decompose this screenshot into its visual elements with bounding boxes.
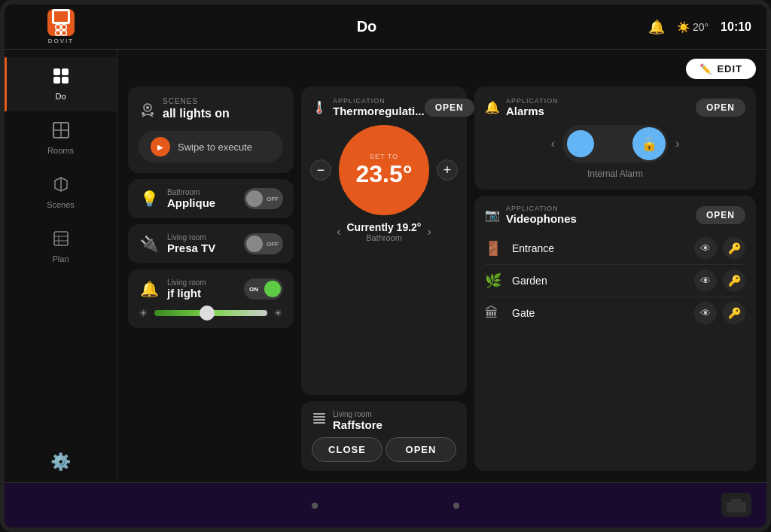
thermo-current-room: Bathroom <box>347 233 422 242</box>
raffstore-room: Living room <box>333 410 382 418</box>
svg-rect-2 <box>56 31 60 35</box>
video-open-button[interactable]: OPEN <box>696 206 745 224</box>
raffstore-card: Living room Raffstore CLOSE OPEN <box>301 401 467 471</box>
dim-high-icon: ☀ <box>273 307 283 319</box>
thermo-set-temp: 23.5° <box>355 160 412 188</box>
alarm-next-button[interactable]: › <box>675 137 679 150</box>
page-title: Do <box>117 18 616 35</box>
toggle-applique[interactable] <box>244 188 283 209</box>
thermo-decrease-button[interactable]: − <box>310 160 331 181</box>
thermo-card: 🌡️ Application Thermoregulati... OPEN − <box>301 87 467 395</box>
device-room-1: Living room <box>167 233 236 242</box>
gate-icon: 🏛 <box>485 306 506 321</box>
sidebar-item-settings[interactable]: ⚙️ <box>5 442 117 482</box>
svg-rect-3 <box>62 31 66 35</box>
bottom-dot-left <box>312 503 318 509</box>
alarm-open-button[interactable]: OPEN <box>696 99 745 117</box>
rooms-icon <box>53 122 69 143</box>
device-name-0: Applique <box>167 196 236 209</box>
plug-icon: 🔌 <box>139 235 160 253</box>
video-app-icon: 📷 <box>485 208 500 222</box>
logo-area: DOVIT <box>5 9 117 44</box>
sidebar-item-do[interactable]: Do <box>5 57 117 111</box>
device-card-presa: 🔌 Living room Presa TV <box>128 224 294 263</box>
column-1: Scenes all lights on ▶ Swipe to execute … <box>128 87 294 471</box>
topbar-right: 🔔 ☀️ 20° 10:10 <box>616 19 766 35</box>
raffstore-icon <box>312 412 327 430</box>
swipe-to-execute-button[interactable]: ▶ Swipe to execute <box>139 131 283 163</box>
swipe-label: Swipe to execute <box>178 141 252 153</box>
gate-view-button[interactable]: 👁 <box>694 302 717 324</box>
thermo-app-icon: 🌡️ <box>312 100 327 114</box>
bottom-right-button[interactable] <box>721 493 751 517</box>
column-3: 🔔 Application Alarms OPEN ‹ <box>474 87 756 471</box>
edit-icon: ✏️ <box>699 63 712 74</box>
raffstore-open-button[interactable]: OPEN <box>386 437 456 462</box>
edit-button[interactable]: ✏️ EDIT <box>686 59 756 79</box>
alarm-prev-button[interactable]: ‹ <box>551 137 555 150</box>
content-area: ✏️ EDIT <box>117 50 766 482</box>
sidebar-item-rooms[interactable]: Rooms <box>5 111 117 166</box>
bell-icon[interactable]: 🔔 <box>648 19 665 35</box>
entrance-key-button[interactable]: 🔑 <box>723 237 745 260</box>
svg-rect-24 <box>731 499 742 503</box>
svg-rect-20 <box>313 416 325 418</box>
settings-icon: ⚙️ <box>50 452 71 472</box>
sidebar-item-scenes[interactable]: Scenes <box>5 166 117 220</box>
video-app-name: Videophones <box>506 212 577 225</box>
plan-icon <box>53 230 69 251</box>
entrance-view-button[interactable]: 👁 <box>694 237 717 260</box>
raffstore-name: Raffstore <box>333 418 382 431</box>
thermo-set-label: SET TO <box>370 153 398 160</box>
thermo-prev-button[interactable]: ‹ <box>337 225 340 239</box>
garden-key-button[interactable]: 🔑 <box>723 269 745 292</box>
toggle-presa[interactable] <box>244 233 283 254</box>
scenes-subtitle: Scenes <box>163 97 230 105</box>
alarm-toggle-track[interactable]: 🔒 <box>562 125 668 163</box>
clock: 10:10 <box>721 20 751 34</box>
lock-icon: 🔒 <box>641 135 657 152</box>
thermo-increase-button[interactable]: + <box>437 160 458 181</box>
raffstore-close-button[interactable]: CLOSE <box>312 437 382 462</box>
thermo-app-tag: Application <box>333 97 425 105</box>
gate-key-button[interactable]: 🔑 <box>723 302 745 324</box>
thermo-next-button[interactable]: › <box>427 225 431 239</box>
alarm-active-knob: 🔒 <box>632 127 666 160</box>
garden-icon: 🌿 <box>485 272 506 289</box>
sidebar-item-plan[interactable]: Plan <box>5 220 117 274</box>
garden-label: Garden <box>512 275 688 287</box>
sidebar-label-do: Do <box>55 92 66 101</box>
light-card: 🔔 Living room jf light ☀ <box>128 269 294 328</box>
svg-point-16 <box>146 106 149 109</box>
weather-icon: ☀️ 20° <box>677 21 709 33</box>
scenes-card-icon <box>139 102 157 123</box>
cards-grid: Scenes all lights on ▶ Swipe to execute … <box>128 87 756 471</box>
thermo-open-button[interactable]: OPEN <box>425 99 474 117</box>
svg-rect-6 <box>53 77 60 84</box>
svg-point-18 <box>151 112 154 115</box>
thermo-app-name: Thermoregulati... <box>333 105 425 117</box>
video-app-tag: Application <box>506 205 577 212</box>
toggle-light[interactable] <box>244 278 283 299</box>
thermo-display: SET TO 23.5° <box>339 125 429 215</box>
alarm-app-icon: 🔔 <box>485 100 500 114</box>
alarm-label: Internal Alarm <box>485 169 745 179</box>
topbar: DOVIT Do 🔔 ☀️ 20° 10:10 <box>5 5 766 50</box>
svg-rect-19 <box>313 413 325 415</box>
logo-label: DOVIT <box>48 38 74 44</box>
sidebar-label-scenes: Scenes <box>47 200 75 209</box>
lamp-icon: 💡 <box>139 190 160 208</box>
dim-low-icon: ☀ <box>139 307 148 319</box>
svg-rect-11 <box>54 232 68 245</box>
garden-view-button[interactable]: 👁 <box>694 269 717 292</box>
sidebar-label-rooms: Rooms <box>47 146 74 155</box>
alarm-app-name: Alarms <box>506 105 559 117</box>
scenes-card: Scenes all lights on ▶ Swipe to execute <box>128 87 294 173</box>
light-icon: 🔔 <box>139 280 160 298</box>
thermo-current-val: Currently 19.2° <box>347 221 422 233</box>
svg-rect-21 <box>313 419 325 421</box>
main-layout: Do Rooms Sc <box>5 50 766 482</box>
bottom-bar <box>5 482 766 527</box>
brightness-slider[interactable] <box>154 310 267 316</box>
videophones-card: 📷 Application Videophones OPEN 🚪 Entranc… <box>474 196 756 471</box>
